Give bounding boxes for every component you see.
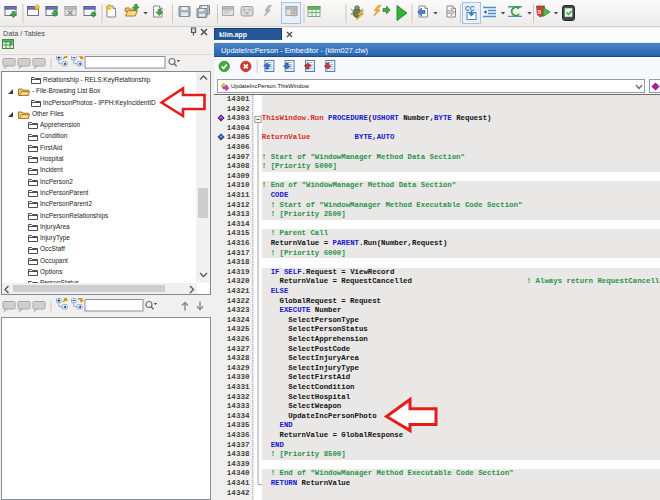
svg-text:CC: CC — [465, 5, 475, 12]
